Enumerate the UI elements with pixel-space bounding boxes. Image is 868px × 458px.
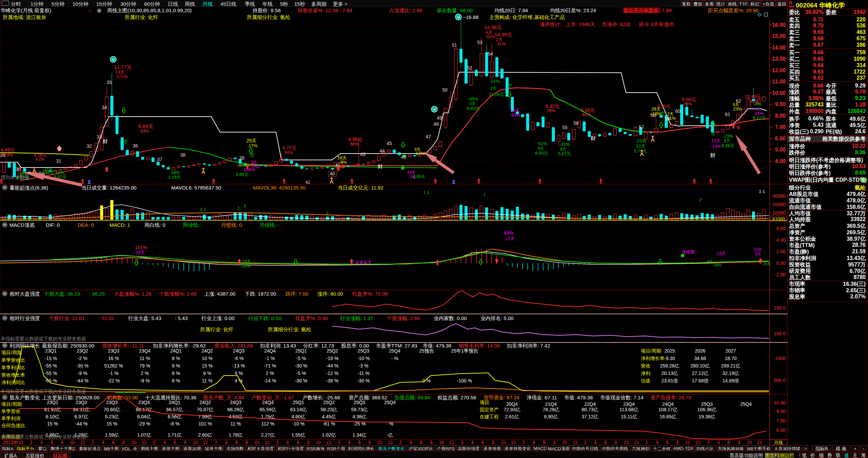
svg-text:20000: 20000 bbox=[772, 202, 786, 207]
svg-text:分红率: 12.73: 分红率: 12.73 bbox=[303, 343, 334, 349]
svg-text:50%: 50% bbox=[486, 34, 495, 39]
svg-text:2026: 2026 bbox=[695, 348, 705, 354]
svg-text:2027: 2027 bbox=[725, 348, 736, 354]
svg-text:15 %: 15 % bbox=[202, 363, 213, 369]
svg-text:40: 40 bbox=[330, 171, 335, 176]
svg-text:64%: 64% bbox=[511, 113, 520, 118]
svg-text:51: 51 bbox=[452, 42, 457, 48]
svg-text:8.90亿: 8.90亿 bbox=[544, 414, 558, 419]
svg-text:20Q4: 20Q4 bbox=[506, 401, 518, 407]
svg-text:共涨停: 62次: 共涨停: 62次 bbox=[602, 21, 631, 27]
svg-text:500.0: 500.0 bbox=[774, 378, 786, 383]
svg-text:1.78亿: 1.78亿 bbox=[229, 432, 242, 438]
svg-text:45: 45 bbox=[387, 141, 392, 146]
svg-text:10.50: 10.50 bbox=[774, 400, 786, 405]
svg-text:4天9%: 4天9% bbox=[1, 153, 13, 157]
svg-text:营收增长率: -11.11: 营收增长率: -11.11 bbox=[102, 343, 144, 349]
svg-text:23Q1: 23Q1 bbox=[47, 400, 58, 405]
svg-text:市盈率TTM: 27.83: 市盈率TTM: 27.83 bbox=[376, 343, 417, 349]
svg-text:65.59亿: 65.59亿 bbox=[259, 407, 276, 412]
svg-text:2025: 2025 bbox=[664, 348, 675, 354]
svg-text:72.93亿: 72.93亿 bbox=[504, 407, 520, 412]
svg-text:49: 49 bbox=[437, 115, 442, 121]
svg-text:101%: 101% bbox=[135, 245, 147, 250]
svg-text:3.65元: 3.65元 bbox=[413, 174, 425, 179]
svg-text:项目/周期: 项目/周期 bbox=[1, 350, 22, 355]
svg-text:行业上涨: 0.00: 行业上涨: 0.00 bbox=[201, 315, 235, 321]
svg-text:15 %: 15 % bbox=[47, 421, 58, 426]
svg-text:47: 47 bbox=[426, 134, 431, 139]
svg-text:2 %: 2 % bbox=[141, 371, 149, 376]
svg-text:8 %: 8 % bbox=[172, 363, 180, 369]
svg-text:相对行业强度: 相对行业强度 bbox=[9, 315, 40, 321]
svg-text:0.00: 0.00 bbox=[776, 260, 786, 266]
svg-text:271%: 271% bbox=[116, 74, 128, 79]
svg-text:9天: 9天 bbox=[724, 139, 730, 143]
svg-text:56: 56 bbox=[573, 120, 579, 126]
svg-text:2.61亿: 2.61亿 bbox=[505, 414, 519, 419]
svg-text:5.00: 5.00 bbox=[775, 147, 786, 153]
svg-text:-21%: -21% bbox=[490, 79, 500, 84]
svg-text:6.04亿: 6.04亿 bbox=[137, 414, 151, 419]
svg-text:16.00: 16.00 bbox=[772, 22, 786, 28]
svg-text:23Q3: 23Q3 bbox=[108, 348, 119, 354]
svg-text:距今:3天有涨停: 距今:3天有涨停 bbox=[639, 21, 674, 27]
svg-text:60: 60 bbox=[675, 108, 680, 114]
svg-text:2.27亿: 2.27亿 bbox=[261, 432, 275, 438]
svg-text:红盘率%: 70.09: 红盘率%: 70.09 bbox=[352, 291, 388, 297]
svg-text:40%: 40% bbox=[582, 112, 591, 117]
svg-text:DIF: 0: DIF: 0 bbox=[46, 222, 60, 228]
svg-text:11%: 11% bbox=[667, 116, 676, 121]
svg-text:101 %: 101 % bbox=[198, 421, 212, 426]
svg-text:17%: 17% bbox=[416, 151, 425, 156]
svg-text:红盘率%: 0.00: 红盘率%: 0.00 bbox=[295, 315, 328, 321]
svg-text:-44 %: -44 % bbox=[76, 378, 89, 383]
svg-text:66.57亿: 66.57亿 bbox=[166, 407, 183, 412]
svg-text:-12 %: -12 % bbox=[326, 371, 339, 376]
svg-text:1: 1 bbox=[237, 205, 240, 211]
svg-text:净利: 净利 bbox=[641, 371, 650, 376]
svg-text:1: 1 bbox=[483, 192, 486, 197]
svg-text:2 1: 2 1 bbox=[200, 207, 206, 212]
svg-text:37.12亿: 37.12亿 bbox=[581, 414, 598, 419]
svg-text:24Q4: 24Q4 bbox=[262, 400, 274, 405]
svg-text:-44 %: -44 % bbox=[75, 421, 88, 426]
svg-text:37: 37 bbox=[157, 157, 162, 162]
svg-text:股息率: 0.00: 股息率: 0.00 bbox=[341, 343, 369, 349]
svg-text:14.00: 14.00 bbox=[772, 45, 786, 51]
svg-text:25天: 25天 bbox=[246, 138, 257, 143]
svg-text:48: 48 bbox=[433, 121, 439, 127]
svg-text:55: 55 bbox=[562, 125, 568, 130]
svg-text:280.10亿: 280.10亿 bbox=[691, 363, 710, 369]
svg-text:空: 空 bbox=[123, 139, 128, 145]
svg-text:11.00: 11.00 bbox=[772, 79, 786, 84]
svg-text:1.07亿: 1.07亿 bbox=[137, 432, 151, 438]
svg-text:-5 %: -5 % bbox=[296, 356, 306, 361]
svg-text:扣非净利增长率: -29.62: 扣非净利增长率: -29.62 bbox=[153, 343, 206, 349]
svg-text:18天: 18天 bbox=[510, 108, 519, 113]
svg-text:MAVOL6: 5785637.50: MAVOL6: 5785637.50 bbox=[171, 185, 221, 191]
svg-text:涨停: 80.00: 涨停: 80.00 bbox=[317, 291, 343, 297]
svg-text:DEA: 0: DEA: 0 bbox=[78, 222, 94, 228]
svg-text:-38 %: -38 % bbox=[326, 378, 339, 383]
svg-text:营收增长率: 营收增长率 bbox=[1, 372, 25, 378]
svg-text:66.28亿: 66.28亿 bbox=[227, 407, 244, 412]
svg-text:8.20元: 8.20元 bbox=[658, 104, 671, 109]
svg-text:跌停: 7.00: 跌停: 7.00 bbox=[285, 291, 309, 297]
svg-text:本指标需要云数据或下载的专业财务数据: 本指标需要云数据或下载的专业财务数据 bbox=[0, 389, 86, 394]
svg-text:1.02亿: 1.02亿 bbox=[322, 432, 336, 438]
svg-text:4天: 4天 bbox=[560, 147, 567, 152]
svg-text:57: 57 bbox=[639, 124, 644, 130]
svg-text:61.92亿: 61.92亿 bbox=[44, 407, 61, 412]
svg-text:23%: 23% bbox=[733, 106, 742, 112]
svg-text:16.65亿: 16.65亿 bbox=[659, 414, 676, 419]
svg-text:扣非利润: 13.43: 扣非利润: 13.43 bbox=[260, 343, 296, 349]
svg-text:财: 财 bbox=[710, 152, 715, 158]
svg-text:在建工程: 在建工程 bbox=[479, 414, 499, 419]
svg-text:-22 %: -22 % bbox=[107, 378, 120, 383]
svg-text:24Q3: 24Q3 bbox=[233, 348, 244, 354]
svg-text:本指标需要云数据或下载的专业财务数据: 本指标需要云数据或下载的专业财务数据 bbox=[0, 434, 86, 439]
svg-text:当日成交亿元: 11.92: 当日成交亿元: 11.92 bbox=[338, 185, 383, 191]
svg-text:4.00: 4.00 bbox=[775, 158, 786, 164]
svg-text:4.00: 4.00 bbox=[776, 237, 786, 243]
